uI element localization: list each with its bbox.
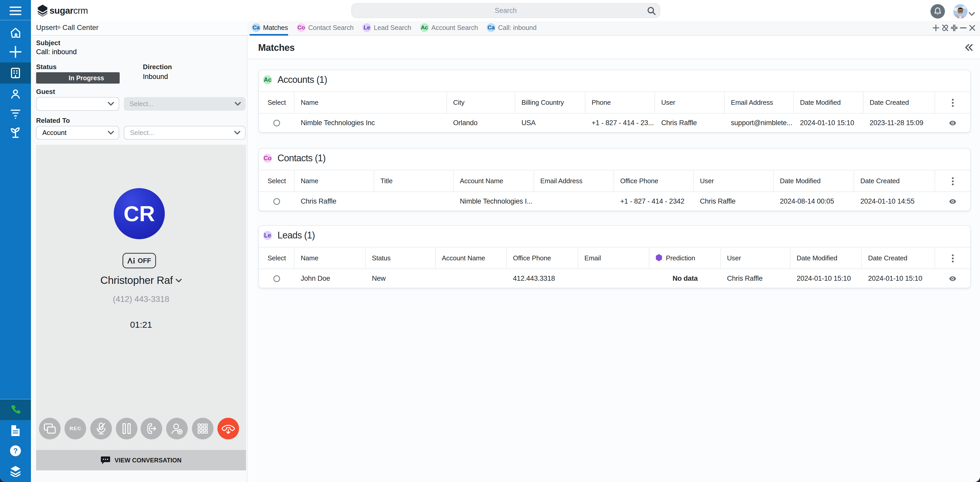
svg-text:?: ? [13,447,18,455]
